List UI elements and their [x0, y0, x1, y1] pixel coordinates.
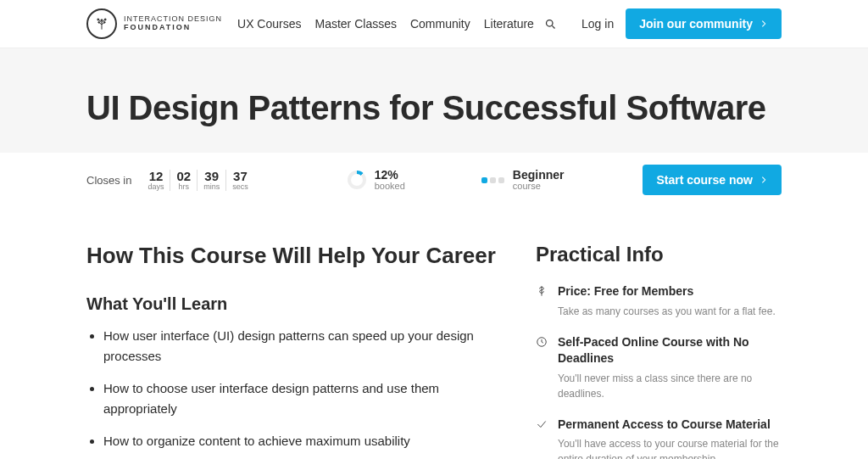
- countdown-secs: 37 secs: [226, 170, 254, 191]
- progress-donut-icon: [348, 171, 366, 189]
- list-item: How to organize content to achieve maxim…: [103, 431, 510, 451]
- chevron-right-icon: [760, 176, 768, 184]
- join-community-button[interactable]: Join our community: [626, 8, 782, 39]
- primary-nav: UX Courses Master Classes Community Lite…: [237, 12, 534, 36]
- countdown-days: 12 days: [142, 170, 170, 191]
- info-item-access: Permanent Access to Course Material You'…: [536, 417, 782, 459]
- svg-point-2: [98, 22, 100, 24]
- info-title: Price: Free for Members: [558, 283, 776, 300]
- career-heading: How This Course Will Help Your Career: [86, 243, 510, 269]
- info-desc: You'll never miss a class since there ar…: [558, 371, 782, 401]
- start-course-label: Start course now: [656, 173, 753, 187]
- hero-section: UI Design Patterns for Successful Softwa…: [0, 48, 868, 207]
- info-title: Permanent Access to Course Material: [558, 417, 782, 434]
- body-section: How This Course Will Help Your Career Wh…: [0, 207, 868, 459]
- practical-info-heading: Practical Info: [536, 243, 782, 266]
- nav-ux-courses[interactable]: UX Courses: [237, 12, 301, 36]
- learn-heading: What You'll Learn: [86, 294, 510, 314]
- join-community-label: Join our community: [639, 17, 753, 31]
- svg-point-1: [104, 19, 106, 20]
- check-icon: [536, 417, 549, 459]
- search-icon[interactable]: [544, 18, 557, 31]
- chevron-right-icon: [760, 20, 768, 28]
- svg-point-5: [546, 20, 553, 26]
- level-name: Beginner: [513, 169, 565, 181]
- booked-percent: 12%: [375, 169, 405, 181]
- info-desc: Take as many courses as you want for a f…: [558, 304, 776, 319]
- logo-tree-icon: [86, 8, 117, 39]
- svg-point-4: [101, 20, 103, 21]
- course-level: Beginner course: [481, 169, 565, 191]
- info-desc: You'll have access to your course materi…: [558, 436, 782, 459]
- start-course-button[interactable]: Start course now: [643, 165, 782, 195]
- countdown-mins: 39 mins: [198, 170, 226, 191]
- main-column: How This Course Will Help Your Career Wh…: [86, 243, 510, 459]
- list-item: How user interface (UI) design patterns …: [103, 326, 510, 367]
- level-dots-icon: [481, 177, 504, 183]
- countdown-hours: 02 hrs: [170, 170, 198, 191]
- nav-community[interactable]: Community: [410, 12, 470, 36]
- svg-point-3: [104, 22, 106, 24]
- page-title: UI Design Patterns for Successful Softwa…: [86, 89, 782, 127]
- booked-indicator: 12% booked: [348, 169, 405, 191]
- info-item-price: Price: Free for Members Take as many cou…: [536, 283, 782, 319]
- brand-line2: FOUNDATION: [124, 24, 222, 32]
- nav-master-classes[interactable]: Master Classes: [314, 12, 396, 36]
- sidebar-practical-info: Practical Info Price: Free for Members T…: [536, 243, 782, 459]
- learn-list: How user interface (UI) design patterns …: [86, 326, 510, 459]
- closes-in-label: Closes in: [86, 174, 131, 187]
- clock-icon: [536, 334, 549, 401]
- list-item: How to choose user interface design patt…: [103, 378, 510, 419]
- login-link[interactable]: Log in: [581, 17, 614, 31]
- info-title: Self-Paced Online Course with No Deadlin…: [558, 334, 782, 367]
- booked-label: booked: [375, 181, 405, 191]
- nav-literature[interactable]: Literature: [484, 12, 534, 36]
- site-header: INTERACTION DESIGN FOUNDATION UX Courses…: [0, 0, 868, 48]
- info-item-selfpaced: Self-Paced Online Course with No Deadlin…: [536, 334, 782, 401]
- level-label: course: [513, 181, 565, 191]
- countdown-timer: 12 days 02 hrs 39 mins 37 secs: [142, 170, 253, 191]
- brand-logo[interactable]: INTERACTION DESIGN FOUNDATION: [86, 8, 222, 39]
- dollar-icon: [536, 283, 549, 319]
- svg-line-6: [552, 25, 554, 28]
- svg-point-0: [97, 19, 99, 20]
- course-status-bar: Closes in 12 days 02 hrs 39 mins 37 secs: [0, 153, 868, 207]
